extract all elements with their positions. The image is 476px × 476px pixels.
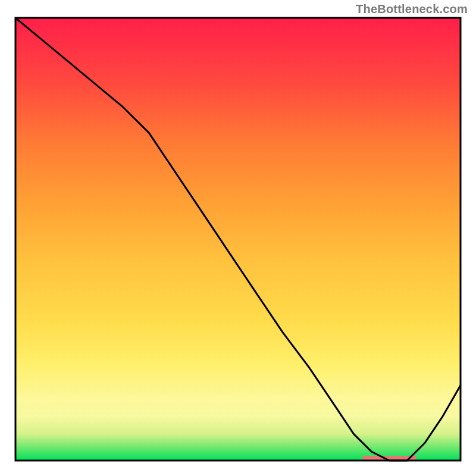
watermark-text: TheBottleneck.com	[356, 2, 468, 16]
gradient-background	[15, 18, 461, 461]
chart-svg	[0, 0, 476, 476]
chart-container: TheBottleneck.com	[0, 0, 476, 476]
